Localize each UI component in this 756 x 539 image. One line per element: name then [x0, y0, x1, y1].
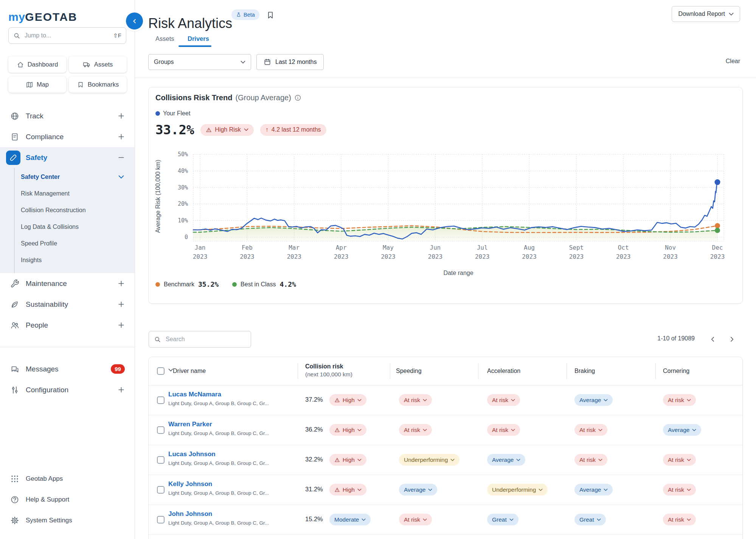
sidebar-item-geotab-apps[interactable]: Geotab Apps [0, 468, 135, 489]
sidebar-item-sustainability[interactable]: Sustainability [0, 294, 135, 315]
chevron-down-icon [423, 429, 427, 432]
expand-section-button[interactable] [118, 133, 125, 140]
collapse-section-button[interactable] [118, 154, 125, 161]
expand-section-button[interactable] [118, 112, 125, 120]
sliders-icon [10, 385, 19, 395]
sidebar-item-messages[interactable]: Messages 99 [0, 359, 135, 379]
sidebar-item-help-support[interactable]: Help & Support [0, 489, 135, 510]
jump-to-input[interactable] [24, 32, 110, 39]
row-checkbox[interactable] [157, 516, 165, 523]
expand-section-button[interactable] [118, 386, 125, 393]
acceleration-badge[interactable]: Great [487, 514, 518, 525]
best-in-class-legend-dot [232, 282, 237, 287]
collision-risk-level-badge[interactable]: High [329, 454, 366, 466]
info-icon[interactable] [294, 94, 301, 101]
active-tab-indicator [179, 45, 211, 47]
table-search-input[interactable] [165, 336, 246, 343]
collision-risk-level-badge[interactable]: High [329, 394, 366, 406]
sidebar-item-insights[interactable]: Insights [15, 252, 135, 269]
collision-risk-level-badge[interactable]: Moderate [329, 514, 371, 525]
svg-text:Jun: Jun [430, 244, 441, 251]
expand-section-button[interactable] [118, 280, 125, 287]
tile-assets[interactable]: Assets [69, 56, 127, 73]
sidebar-item-label: Safety [26, 154, 118, 162]
expand-section-button[interactable] [118, 322, 125, 329]
braking-badge[interactable]: Average [574, 484, 613, 496]
cornering-badge[interactable]: At risk [663, 454, 696, 466]
tile-map[interactable]: Map [8, 76, 66, 93]
braking-badge[interactable]: Average [574, 394, 613, 406]
speeding-badge[interactable]: At risk [399, 514, 432, 525]
svg-text:2023: 2023 [522, 253, 537, 260]
driver-name-link[interactable]: Lucas Johnson [168, 450, 216, 458]
download-report-button[interactable]: Download Report [672, 6, 740, 22]
sidebar-item-system-settings[interactable]: System Settings [0, 510, 135, 531]
groups-filter-select[interactable]: Groups [148, 54, 251, 70]
sidebar-item-safety-center[interactable]: Safety Center [15, 169, 135, 185]
pagination-prev-button[interactable] [708, 334, 718, 345]
bookmark-icon [77, 81, 84, 89]
collision-risk-level-badge[interactable]: High [329, 484, 366, 496]
acceleration-badge[interactable]: Underperforming [487, 484, 548, 496]
sidebar-item-people[interactable]: People [0, 315, 135, 336]
risk-level-dropdown[interactable]: High Risk [200, 124, 253, 136]
tile-dashboard[interactable]: Dashboard [8, 56, 66, 73]
tile-bookmarks[interactable]: Bookmarks [69, 76, 127, 93]
column-cornering: Cornering [663, 357, 689, 385]
chevron-down-icon [450, 458, 455, 461]
braking-badge[interactable]: At risk [574, 454, 607, 466]
sidebar-item-compliance[interactable]: Compliance [0, 126, 135, 147]
cornering-badge[interactable]: Average [663, 424, 701, 436]
sidebar-item-configuration[interactable]: Configuration [0, 379, 135, 400]
sidebar-item-label: Compliance [26, 133, 118, 141]
select-all-checkbox[interactable] [157, 367, 165, 375]
row-checkbox[interactable] [157, 396, 165, 404]
sidebar-item-safety[interactable]: Safety [0, 147, 135, 168]
plus-icon [118, 386, 125, 393]
jump-to-search[interactable]: ⇧F [8, 27, 126, 44]
sidebar-item-label: Geotab Apps [26, 475, 63, 483]
sidebar-item-log-data-collisions[interactable]: Log Data & Collisions [15, 219, 135, 235]
speeding-badge[interactable]: Average [399, 484, 437, 496]
bookmark-page-button[interactable] [265, 10, 275, 20]
sidebar-collapse-button[interactable] [126, 12, 143, 30]
sidebar-item-speed-profile[interactable]: Speed Profile [15, 235, 135, 252]
speeding-badge[interactable]: Underperforming [399, 454, 459, 466]
cornering-badge[interactable]: At risk [663, 394, 696, 406]
pagination-next-button[interactable] [727, 334, 737, 345]
sidebar-group-safety: Safety Safety Center Risk Management Col… [0, 147, 135, 273]
driver-name-link[interactable]: Lucas McNamara [168, 391, 221, 398]
tab-drivers[interactable]: Drivers [185, 35, 211, 43]
acceleration-badge[interactable]: Average [487, 454, 525, 466]
acceleration-badge[interactable]: At risk [487, 424, 520, 436]
speeding-badge[interactable]: At risk [399, 424, 432, 436]
row-checkbox[interactable] [157, 456, 165, 464]
row-checkbox[interactable] [157, 486, 165, 494]
sidebar-item-track[interactable]: Track [0, 106, 135, 126]
driver-name-link[interactable]: Kelly Johnson [168, 480, 212, 488]
clear-filters-link[interactable]: Clear [726, 58, 740, 65]
sidebar-item-risk-management[interactable]: Risk Management [15, 185, 135, 202]
cornering-badge[interactable]: At risk [663, 514, 696, 525]
collision-risk-value: 36.2% [305, 426, 323, 433]
acceleration-badge[interactable]: At risk [487, 394, 520, 406]
svg-text:Apr: Apr [336, 244, 347, 251]
bookmark-icon [266, 11, 275, 20]
logo-my: my [8, 11, 25, 23]
expand-section-button[interactable] [118, 301, 125, 308]
speeding-badge[interactable]: At risk [399, 394, 432, 406]
chevron-down-icon [511, 429, 515, 432]
braking-badge[interactable]: Great [574, 514, 606, 525]
braking-badge[interactable]: At risk [574, 424, 607, 436]
sidebar-item-collision-reconstruction[interactable]: Collision Reconstruction [15, 202, 135, 219]
driver-name-link[interactable]: John Johnson [168, 510, 212, 517]
date-range-button[interactable]: Last 12 months [256, 54, 324, 70]
tab-assets[interactable]: Assets [153, 35, 177, 43]
driver-name-link[interactable]: Warren Parker [168, 421, 212, 428]
sidebar-item-maintenance[interactable]: Maintenance [0, 273, 135, 294]
collision-risk-level-badge[interactable]: High [329, 424, 366, 436]
table-search[interactable] [149, 331, 251, 348]
chevron-down-icon [241, 61, 245, 64]
cornering-badge[interactable]: At risk [663, 484, 696, 496]
row-checkbox[interactable] [157, 426, 165, 434]
